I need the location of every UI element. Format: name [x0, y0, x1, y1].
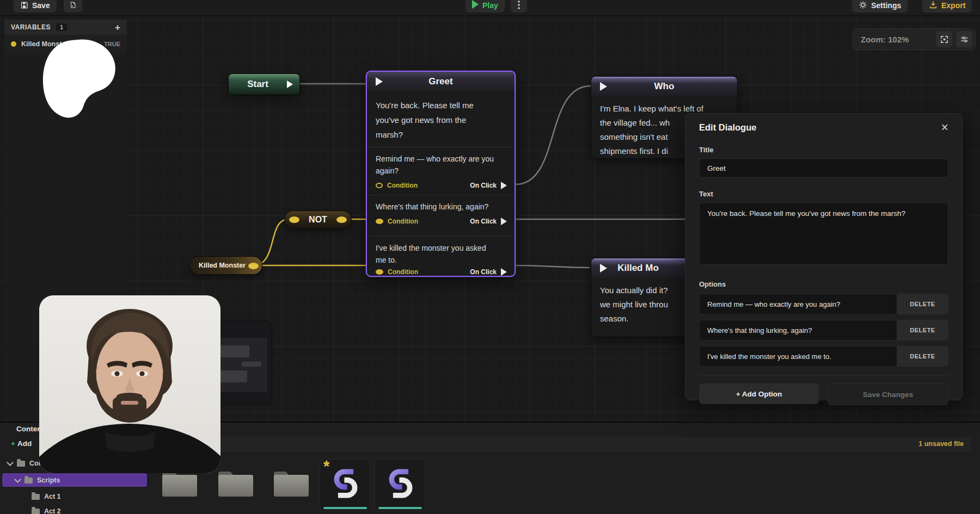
option-input[interactable]: [699, 294, 897, 314]
asset-folder[interactable]: [272, 468, 310, 501]
node-who-title: Who: [591, 81, 737, 92]
play-button[interactable]: Play: [465, 0, 505, 13]
text-line: marsh?: [376, 127, 506, 142]
title-input[interactable]: [699, 158, 948, 178]
add-option-button[interactable]: + Add Option: [699, 383, 819, 404]
condition-input-port[interactable]: [376, 183, 383, 188]
webcam-portrait: [39, 295, 220, 473]
fit-view-button[interactable]: [936, 31, 952, 47]
folder-icon: [32, 494, 40, 500]
variables-count-badge: 1: [56, 23, 67, 31]
onclick-output-port[interactable]: [501, 218, 507, 225]
export-label: Export: [941, 1, 965, 10]
option-line: Where's that thing lurking, again?: [376, 201, 507, 213]
unsaved-asterisk-icon: *: [323, 457, 329, 475]
kebab-menu-icon: [518, 1, 520, 9]
asset-folder[interactable]: [217, 468, 255, 501]
condition-input-port[interactable]: [376, 269, 383, 275]
onclick-label: On Click: [470, 182, 497, 189]
folder-icon: [272, 468, 310, 499]
onclick-output-port[interactable]: [501, 268, 507, 276]
node-start-output-port[interactable]: [287, 80, 293, 88]
delete-option-button[interactable]: DELETE: [897, 346, 948, 367]
text-line: You're back. Please tell me: [376, 98, 506, 113]
text-field-label: Text: [699, 190, 948, 198]
node-start-title: Start: [229, 79, 287, 90]
fit-view-icon: [940, 35, 949, 44]
chevron-down-icon[interactable]: [14, 476, 21, 483]
add-asset-button[interactable]: +Add: [11, 439, 32, 448]
condition-input-port[interactable]: [376, 219, 383, 224]
tree-item-act-1[interactable]: Act 1: [32, 490, 61, 503]
sliders-icon: [960, 35, 969, 44]
gear-icon: [859, 1, 867, 9]
download-icon: [929, 1, 938, 9]
asset-folder[interactable]: [161, 468, 199, 501]
save-button[interactable]: Save: [14, 0, 57, 13]
node-not-title: NOT: [309, 215, 327, 225]
onclick-label: On Click: [470, 218, 497, 225]
condition-label: Condition: [388, 218, 418, 225]
add-variable-button[interactable]: +: [115, 23, 120, 32]
option-line: Remind me — who exactly are you: [376, 153, 507, 165]
settings-button[interactable]: Settings: [852, 0, 908, 13]
tree-item-act-2[interactable]: Act 2: [32, 505, 61, 514]
option-row: DELETE: [699, 346, 948, 367]
tree-item-scripts[interactable]: Scripts: [15, 474, 60, 487]
node-greet-title: Greet: [367, 76, 514, 87]
delete-option-button[interactable]: DELETE: [897, 320, 948, 340]
script-file-unsaved[interactable]: *: [320, 459, 371, 511]
add-asset-label: Add: [17, 439, 32, 448]
file-icon: [70, 1, 76, 9]
greet-option-2[interactable]: Where's that thing lurking, again? Condi…: [367, 195, 514, 236]
tree-label: Act 2: [44, 507, 61, 514]
folder-icon: [17, 461, 25, 467]
script-file-accent: [378, 507, 422, 509]
play-icon: [472, 0, 479, 9]
folder-icon: [24, 478, 33, 484]
greet-option-3[interactable]: I've killed the monster you asked me to.…: [367, 236, 514, 277]
script-file[interactable]: [375, 459, 426, 511]
script-logo-icon: [328, 466, 363, 501]
text-line: you've got news from the: [376, 113, 506, 127]
node-killed-monster-variable-title: Killed Monster: [199, 262, 246, 269]
save-changes-button[interactable]: Save Changes: [828, 383, 948, 405]
new-file-button[interactable]: [64, 0, 82, 13]
chevron-down-icon[interactable]: [7, 459, 14, 466]
unsaved-status: 1 unsaved file: [918, 440, 964, 448]
close-icon[interactable]: ×: [941, 121, 948, 134]
tree-label: Scripts: [37, 476, 60, 484]
greet-option-1[interactable]: Remind me — who exactly are you again? C…: [367, 147, 514, 195]
node-not[interactable]: NOT: [284, 210, 352, 228]
node-who-header[interactable]: Who: [591, 77, 737, 96]
node-killed-monster-title: Killed Mo: [591, 263, 685, 274]
text-input[interactable]: You're back. Please tell me you've got n…: [699, 202, 948, 265]
node-start[interactable]: Start: [228, 73, 300, 95]
graph-settings-button[interactable]: [956, 31, 972, 47]
export-button[interactable]: Export: [922, 0, 972, 13]
asset-toolbar: 1 unsaved file: [155, 437, 971, 452]
option-input[interactable]: [699, 346, 897, 367]
variables-title: VARIABLES: [11, 23, 51, 31]
onclick-output-port[interactable]: [501, 182, 507, 189]
play-label: Play: [482, 1, 498, 10]
option-input[interactable]: [699, 320, 897, 340]
folder-icon: [217, 468, 255, 499]
options-label: Options: [699, 280, 948, 288]
script-file-accent: [323, 507, 367, 509]
killed-monster-output-port[interactable]: [248, 263, 259, 269]
zoom-widget: Zoom: 102%: [853, 28, 976, 50]
not-output-port[interactable]: [336, 216, 347, 223]
node-killed-monster-variable[interactable]: Killed Monster: [189, 256, 262, 275]
node-greet[interactable]: Greet You're back. Please tell me you've…: [366, 71, 516, 277]
script-logo-icon: [383, 466, 418, 501]
placeholder-body: [213, 338, 267, 392]
node-greet-header[interactable]: Greet: [367, 72, 514, 91]
overflow-menu-button[interactable]: [511, 0, 527, 13]
variable-color-dot: [11, 41, 16, 47]
save-label: Save: [32, 1, 50, 10]
onclick-label: On Click: [470, 268, 497, 276]
condition-label: Condition: [387, 182, 418, 189]
delete-option-button[interactable]: DELETE: [897, 294, 948, 314]
not-input-port[interactable]: [289, 216, 299, 223]
